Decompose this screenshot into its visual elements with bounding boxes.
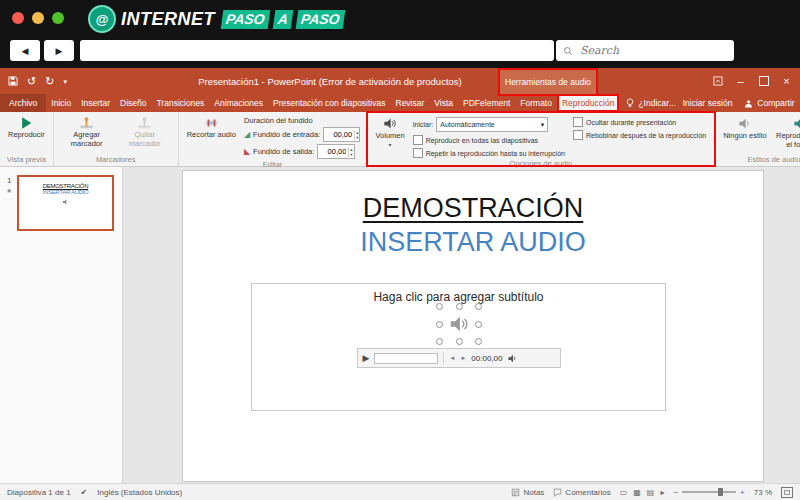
view-switcher: ▭ ▦ ▤ ▸ [620, 488, 665, 497]
selection-handle-bl[interactable] [436, 338, 443, 345]
minimize-button[interactable]: – [729, 68, 752, 94]
fade-out-spinbox[interactable]: ▴ ▾ [317, 144, 354, 159]
volumen-button[interactable]: Volumen ▾ [371, 114, 408, 150]
player-play-button[interactable]: ▶ [363, 354, 370, 363]
slide-title-line-2[interactable]: INSERTAR AUDIO [183, 227, 763, 258]
fit-slide-to-window-icon[interactable] [781, 487, 793, 498]
zoom-slider[interactable] [682, 491, 736, 493]
close-traffic-light[interactable] [12, 12, 24, 24]
save-icon[interactable] [8, 76, 18, 86]
logo-word-paso1: PASO [221, 10, 270, 29]
selection-handle-t[interactable] [456, 303, 463, 310]
language-indicator[interactable]: Inglés (Estados Unidos) [97, 488, 182, 497]
context-tab-herramientas-audio[interactable]: Herramientas de audio [500, 70, 596, 94]
tab-inicio[interactable]: Inicio [46, 94, 76, 112]
search-box[interactable] [556, 40, 734, 61]
workspace: 1 ★ DEMOSTRACIÓN INSERTAR AUDIO DEMOSTRA… [0, 167, 800, 483]
selection-handle-br[interactable] [475, 338, 482, 345]
person-icon [744, 99, 753, 108]
spin-down-icon[interactable]: ▾ [349, 152, 353, 157]
reproducir-button[interactable]: Reproducir [4, 114, 49, 142]
tab-archivo[interactable]: Archivo [0, 94, 46, 112]
selection-handle-tr[interactable] [475, 303, 482, 310]
selection-handle-r[interactable] [475, 321, 482, 328]
zoom-in-button[interactable]: + [740, 488, 745, 497]
agregar-marcador-button[interactable]: Agregar marcador [58, 114, 116, 150]
ribbon-display-options-icon[interactable] [706, 68, 729, 94]
minimize-traffic-light[interactable] [32, 12, 44, 24]
restore-button[interactable] [752, 68, 775, 94]
checkbox-reproducir-en-todas[interactable] [413, 135, 423, 145]
iniciar-row: Iniciar: Automáticamente ▾ [413, 117, 565, 132]
player-seek-bar[interactable] [374, 353, 438, 364]
tab-revisar[interactable]: Revisar [391, 94, 430, 112]
volumen-dropdown-icon: ▾ [389, 142, 392, 148]
back-button[interactable]: ◀ [10, 40, 40, 61]
search-input[interactable] [578, 43, 727, 58]
window-title: Presentación1 - PowerPoint (Error de act… [130, 68, 530, 94]
tab-diseno[interactable]: Diseño [115, 94, 151, 112]
slideshow-view-icon[interactable]: ▸ [660, 488, 664, 497]
tab-pdfelement[interactable]: PDFelement [458, 94, 515, 112]
spellcheck-icon[interactable]: ✔ [81, 488, 88, 497]
checkbox-ocultar[interactable] [573, 117, 583, 127]
notes-toggle[interactable]: Notas [511, 488, 544, 497]
subtitle-placeholder-text[interactable]: Haga clic para agregar subtítulo [252, 290, 665, 304]
undo-icon[interactable]: ↺ [27, 76, 36, 87]
selection-handle-b[interactable] [456, 338, 463, 345]
ribbon-group-editar: Recortar audio Duración del fundido ◢ Fu… [179, 112, 368, 166]
reproducir-en-fondo-button[interactable]: Reproducir en el fondo [771, 114, 800, 151]
fade-out-input[interactable] [318, 147, 348, 156]
tab-presentacion-con-diapositivas[interactable]: Presentación con diapositivas [268, 94, 390, 112]
logo-word-a: A [272, 10, 293, 29]
quitar-marcador-button[interactable]: Quitar marcador [116, 114, 174, 150]
comments-toggle[interactable]: Comentarios [553, 488, 610, 497]
slide-thumbnail[interactable]: DEMOSTRACIÓN INSERTAR AUDIO [17, 175, 114, 231]
zoom-level[interactable]: 73 % [754, 488, 772, 497]
tab-reproduccion[interactable]: Reproducción [557, 94, 619, 112]
checkbox-row-hide: Ocultar durante presentación [573, 117, 706, 127]
slide[interactable]: DEMOSTRACIÓN INSERTAR AUDIO Haga clic pa… [183, 171, 763, 481]
tab-transiciones[interactable]: Transiciones [151, 94, 209, 112]
reading-view-icon[interactable]: ▤ [647, 488, 655, 497]
tab-insertar[interactable]: Insertar [76, 94, 115, 112]
subtitle-placeholder-box[interactable]: Haga clic para agregar subtítulo [251, 283, 666, 411]
maximize-traffic-light[interactable] [52, 12, 64, 24]
slide-title-line-1[interactable]: DEMOSTRACIÓN [183, 193, 763, 224]
spin-down-icon[interactable]: ▾ [355, 135, 359, 140]
fade-out-spinners[interactable]: ▴ ▾ [348, 147, 353, 157]
player-seek-back-button[interactable]: ◄ [449, 355, 455, 361]
qat-customize-icon[interactable]: ▾ [63, 78, 67, 85]
fade-out-row: ◣ Fundido de salida: ▴ ▾ [244, 144, 361, 159]
forward-button[interactable]: ▶ [44, 40, 74, 61]
normal-view-icon[interactable]: ▭ [620, 488, 628, 497]
iniciar-dropdown[interactable]: Automáticamente ▾ [436, 117, 548, 132]
fade-in-spinners[interactable]: ▴ ▾ [354, 130, 359, 140]
tab-formato[interactable]: Formato [515, 94, 557, 112]
fade-in-spinbox[interactable]: ▴ ▾ [323, 127, 360, 142]
checkbox-repetir[interactable] [413, 148, 423, 158]
sign-in-button[interactable]: Iniciar sesión [683, 98, 733, 108]
close-button[interactable]: × [775, 68, 798, 94]
tab-animaciones[interactable]: Animaciones [209, 94, 268, 112]
notes-icon [511, 488, 520, 497]
player-seek-forward-button[interactable]: ► [460, 355, 466, 361]
audio-object[interactable] [439, 306, 479, 342]
share-button[interactable]: Compartir [744, 98, 794, 108]
tell-me-box[interactable]: ¿Indicar... [619, 94, 682, 112]
status-bar: Diapositiva 1 de 1 ✔ Inglés (Estados Uni… [0, 483, 800, 500]
player-volume-icon[interactable] [507, 353, 518, 364]
selection-handle-tl[interactable] [436, 303, 443, 310]
selection-handle-l[interactable] [436, 321, 443, 328]
tab-vista[interactable]: Vista [429, 94, 458, 112]
recortar-audio-button[interactable]: Recortar audio [183, 114, 240, 142]
address-bar[interactable] [80, 40, 554, 61]
fade-in-input[interactable] [324, 130, 354, 139]
ningun-estilo-button[interactable]: Ningún estilo [719, 114, 770, 143]
checkbox-rebobinar[interactable] [573, 130, 583, 140]
zoom-out-button[interactable]: − [673, 488, 678, 497]
zoom-slider-thumb[interactable] [718, 488, 723, 496]
slide-sorter-view-icon[interactable]: ▦ [633, 488, 641, 497]
slide-indicator[interactable]: Diapositiva 1 de 1 [7, 488, 71, 497]
redo-icon[interactable]: ↻ [45, 76, 54, 87]
